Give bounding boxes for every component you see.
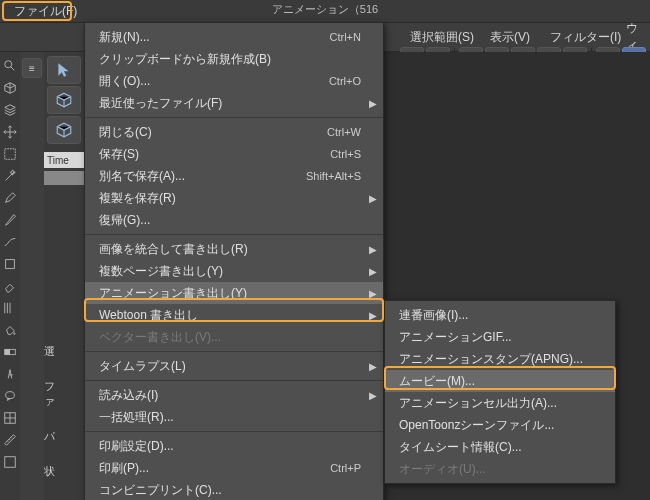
menu-shortcut: Ctrl+S — [330, 148, 361, 160]
chevron-right-icon: ▶ — [369, 244, 377, 255]
menu-item-label: 保存(S) — [99, 146, 139, 163]
menu-item[interactable]: 印刷(P)...Ctrl+P — [85, 457, 383, 479]
menu-item-label: タイムラプス(L) — [99, 358, 186, 375]
ruler-icon[interactable] — [2, 432, 18, 448]
submenu-item[interactable]: アニメーションGIF... — [385, 326, 615, 348]
chevron-right-icon: ▶ — [369, 288, 377, 299]
chevron-right-icon: ▶ — [369, 310, 377, 321]
curve-icon[interactable] — [2, 234, 18, 250]
menu-item-label: 復帰(G)... — [99, 212, 150, 229]
fill-icon[interactable] — [2, 322, 18, 338]
eraser-icon[interactable] — [2, 278, 18, 294]
menu-item[interactable]: 別名で保存(A)...Shift+Alt+S — [85, 165, 383, 187]
anim-export-submenu: 連番画像(I)...アニメーションGIF...アニメーションスタンプ(APNG)… — [384, 300, 616, 484]
svg-point-17 — [6, 392, 15, 399]
frame-icon[interactable] — [2, 410, 18, 426]
menu-item-label: Webtoon 書き出し — [99, 307, 198, 324]
menu-separator — [85, 117, 383, 118]
layers-icon[interactable] — [2, 102, 18, 118]
menu-item[interactable]: 一括処理(R)... — [85, 406, 383, 428]
menu-item[interactable]: Webtoon 書き出し▶ — [85, 304, 383, 326]
menu-separator — [85, 234, 383, 235]
menu-item-label: 開く(O)... — [99, 73, 150, 90]
menu-item-label: 閉じる(C) — [99, 124, 152, 141]
timeline-thumb — [44, 171, 84, 185]
grid-icon[interactable] — [2, 454, 18, 470]
menu-item[interactable]: 印刷設定(D)... — [85, 435, 383, 457]
cube-icon[interactable] — [2, 80, 18, 96]
menu-item[interactable]: 読み込み(I)▶ — [85, 384, 383, 406]
menu-item-label: 印刷設定(D)... — [99, 438, 174, 455]
menu-item[interactable]: 複数ページ書き出し(Y)▶ — [85, 260, 383, 282]
brush-icon[interactable] — [2, 212, 18, 228]
selection-tool-icon[interactable] — [2, 146, 18, 162]
text-icon[interactable] — [2, 366, 18, 382]
menu-item-label: 印刷(P)... — [99, 460, 149, 477]
menu-item[interactable]: クリップボードから新規作成(B) — [85, 48, 383, 70]
submenu-item[interactable]: OpenToonzシーンファイル... — [385, 414, 615, 436]
menu-item[interactable]: タイムラプス(L)▶ — [85, 355, 383, 377]
menu-shortcut: Ctrl+W — [327, 126, 361, 138]
hamburger-icon[interactable]: ≡ — [22, 58, 42, 78]
menu-item-label: 画像を統合して書き出し(R) — [99, 241, 248, 258]
menu-item[interactable]: アニメーション書き出し(Y)▶ — [85, 282, 383, 304]
menu-shortcut: Ctrl+P — [330, 462, 361, 474]
menu-item-label: 新規(N)... — [99, 29, 150, 46]
search-icon[interactable] — [2, 58, 18, 74]
menu-item[interactable]: コンビニプリント(C)... — [85, 479, 383, 500]
left-tool-strip-2: ≡ — [20, 52, 44, 500]
menu-item[interactable]: 開く(O)...Ctrl+O — [85, 70, 383, 92]
gradient-tool-icon[interactable] — [2, 300, 18, 316]
side-label-path: パ — [44, 429, 64, 444]
submenu-item[interactable]: ムービー(M)... — [385, 370, 615, 392]
svg-rect-14 — [6, 260, 15, 269]
submenu-item[interactable]: タイムシート情報(C)... — [385, 436, 615, 458]
menu-shortcut: Shift+Alt+S — [306, 170, 361, 182]
cube-panel-icon-2[interactable] — [47, 116, 81, 144]
menu-separator — [85, 431, 383, 432]
menu-item[interactable]: 保存(S)Ctrl+S — [85, 143, 383, 165]
menubar: ファイル(F) アニメーション（516 — [0, 0, 650, 22]
chevron-right-icon: ▶ — [369, 266, 377, 277]
shape-icon[interactable] — [2, 256, 18, 272]
menu-item-label: 複製を保存(R) — [99, 190, 176, 207]
gradient-icon[interactable] — [2, 344, 18, 360]
submenu-item[interactable]: アニメーションスタンプ(APNG)... — [385, 348, 615, 370]
window-title: アニメーション（516 — [272, 2, 378, 17]
submenu-item[interactable]: 連番画像(I)... — [385, 304, 615, 326]
side-label-state: 状 — [44, 464, 64, 479]
chevron-right-icon: ▶ — [369, 193, 377, 204]
file-menu: 新規(N)...Ctrl+Nクリップボードから新規作成(B)開く(O)...Ct… — [84, 22, 384, 500]
menu-shortcut: Ctrl+N — [330, 31, 361, 43]
menu-item[interactable]: 新規(N)...Ctrl+N — [85, 26, 383, 48]
submenu-item: オーディオ(U)... — [385, 458, 615, 480]
menu-item-label: アニメーション書き出し(Y) — [99, 285, 247, 302]
balloon-icon[interactable] — [2, 388, 18, 404]
move-icon[interactable] — [2, 124, 18, 140]
timeline-tab[interactable]: Time — [44, 152, 84, 168]
menu-file[interactable]: ファイル(F) — [4, 1, 87, 22]
chevron-right-icon: ▶ — [369, 98, 377, 109]
menu-item-label: 読み込み(I) — [99, 387, 158, 404]
menu-item[interactable]: 複製を保存(R)▶ — [85, 187, 383, 209]
svg-rect-16 — [5, 349, 10, 354]
menu-item[interactable]: 閉じる(C)Ctrl+W — [85, 121, 383, 143]
submenu-item[interactable]: アニメーションセル出力(A)... — [385, 392, 615, 414]
menu-item[interactable]: 画像を統合して書き出し(R)▶ — [85, 238, 383, 260]
menu-item: ベクター書き出し(V)... — [85, 326, 383, 348]
menu-item-label: クリップボードから新規作成(B) — [99, 51, 271, 68]
wand-icon[interactable] — [2, 168, 18, 184]
svg-rect-13 — [5, 149, 16, 160]
pen-icon[interactable] — [2, 190, 18, 206]
side-labels: 選 ファ パ 状 — [44, 344, 64, 499]
cursor-panel-icon[interactable] — [47, 56, 81, 84]
menu-shortcut: Ctrl+O — [329, 75, 361, 87]
cube-panel-icon[interactable] — [47, 86, 81, 114]
menu-item[interactable]: 復帰(G)... — [85, 209, 383, 231]
chevron-right-icon: ▶ — [369, 361, 377, 372]
menu-item-label: 一括処理(R)... — [99, 409, 174, 426]
menu-item[interactable]: 最近使ったファイル(F)▶ — [85, 92, 383, 114]
svg-rect-19 — [5, 457, 16, 468]
menu-separator — [85, 351, 383, 352]
menu-item-label: 最近使ったファイル(F) — [99, 95, 222, 112]
